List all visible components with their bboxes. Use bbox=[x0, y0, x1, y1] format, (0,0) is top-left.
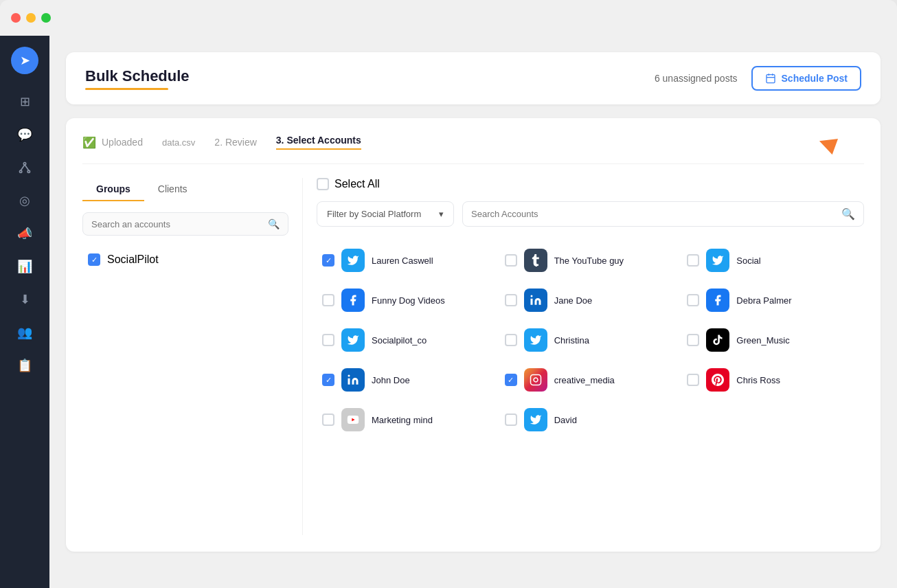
panels: Groups Clients 🔍 ✓ SocialPilot bbox=[82, 178, 864, 535]
account-checkbox[interactable] bbox=[322, 334, 334, 346]
account-item[interactable]: Chris Ross bbox=[681, 360, 864, 400]
sidebar: ➤ ⊞ 💬 ◎ 📣 📊 ⬇ 👥 📋 bbox=[0, 36, 49, 588]
account-item[interactable]: Marketing mind bbox=[317, 400, 499, 440]
tiktok-icon bbox=[706, 328, 729, 352]
header-right: 6 unassigned posts Schedule Post bbox=[655, 66, 861, 91]
sidebar-icon-analytics[interactable]: 📊 bbox=[11, 253, 38, 280]
filter-platform-dropdown[interactable]: Filter by Social Platform ▾ bbox=[317, 201, 454, 227]
account-item[interactable]: Green_Music bbox=[681, 320, 864, 360]
sidebar-icon-download[interactable]: ⬇ bbox=[11, 286, 38, 313]
tumblr-icon bbox=[524, 249, 547, 272]
twitter-icon bbox=[341, 249, 365, 272]
select-all-checkbox[interactable] bbox=[317, 178, 329, 190]
account-checkbox[interactable] bbox=[505, 414, 517, 426]
select-all-row: Select All bbox=[317, 178, 864, 190]
sidebar-icon-dashboard[interactable]: ⊞ bbox=[11, 88, 38, 115]
account-checkbox[interactable]: ✓ bbox=[322, 254, 334, 267]
group-checkbox-socialpilot[interactable]: ✓ bbox=[88, 253, 100, 266]
twitter-icon bbox=[524, 408, 547, 431]
account-name: The YouTube guy bbox=[554, 256, 624, 266]
schedule-btn-label: Schedule Post bbox=[782, 73, 848, 84]
account-name: Christina bbox=[554, 335, 589, 346]
account-item[interactable]: David bbox=[499, 400, 682, 440]
account-checkbox[interactable]: ✓ bbox=[322, 374, 334, 386]
account-checkbox[interactable] bbox=[505, 294, 517, 306]
right-panel: Select All Filter by Social Platform ▾ 🔍 bbox=[302, 178, 864, 535]
account-checkbox[interactable] bbox=[505, 334, 517, 346]
account-checkbox[interactable] bbox=[687, 294, 699, 306]
account-checkbox[interactable] bbox=[687, 374, 699, 386]
svg-point-0 bbox=[23, 163, 25, 165]
close-btn[interactable] bbox=[11, 13, 21, 23]
account-checkbox[interactable] bbox=[687, 254, 699, 267]
titlebar bbox=[0, 0, 897, 36]
select-all-label: Select All bbox=[334, 178, 380, 190]
step-uploaded: ✅ Uploaded bbox=[82, 136, 143, 149]
account-item[interactable]: ✓Lauren Caswell bbox=[317, 240, 499, 280]
account-name: Debra Palmer bbox=[736, 295, 791, 306]
pinterest-icon bbox=[706, 368, 729, 392]
unassigned-posts-text: 6 unassigned posts bbox=[655, 73, 738, 84]
sidebar-icon-support[interactable]: ◎ bbox=[11, 187, 38, 214]
sidebar-icon-posts[interactable]: 📋 bbox=[11, 352, 38, 379]
chevron-down-icon: ▾ bbox=[439, 209, 444, 219]
sidebar-logo[interactable]: ➤ bbox=[11, 47, 38, 74]
title-block: Bulk Schedule bbox=[85, 67, 190, 90]
sidebar-icon-messages[interactable]: 💬 bbox=[11, 121, 38, 148]
group-item-socialpilot[interactable]: ✓ SocialPilot bbox=[82, 247, 288, 273]
step-uploaded-label: Uploaded bbox=[102, 137, 143, 148]
account-name: David bbox=[554, 415, 577, 425]
svg-point-2 bbox=[27, 170, 30, 172]
account-checkbox[interactable] bbox=[505, 254, 517, 267]
account-item[interactable]: Debra Palmer bbox=[681, 280, 864, 320]
account-checkbox[interactable]: ✓ bbox=[505, 374, 517, 386]
account-checkbox[interactable] bbox=[322, 294, 334, 306]
search-accounts-input[interactable] bbox=[91, 219, 262, 229]
app-wrapper: ➤ ⊞ 💬 ◎ 📣 📊 ⬇ 👥 📋 Bulk Schedule 6 unassi… bbox=[0, 36, 897, 588]
account-item[interactable]: Funny Dog Videos bbox=[317, 280, 499, 320]
sidebar-icon-campaigns[interactable]: 📣 bbox=[11, 220, 38, 247]
account-name: creative_media bbox=[554, 375, 615, 385]
account-name: Lauren Caswell bbox=[372, 256, 433, 266]
linkedin-icon bbox=[341, 368, 365, 392]
facebook-icon bbox=[341, 289, 365, 312]
svg-point-1 bbox=[20, 170, 22, 172]
facebook-icon bbox=[706, 289, 729, 312]
sidebar-icon-team[interactable]: 👥 bbox=[11, 319, 38, 346]
minimize-btn[interactable] bbox=[26, 13, 36, 23]
content-area: Bulk Schedule 6 unassigned posts Schedul… bbox=[49, 36, 897, 588]
account-name: John Doe bbox=[372, 375, 410, 385]
twitter-icon bbox=[706, 249, 729, 272]
step-file-name: data.csv bbox=[162, 137, 195, 148]
account-checkbox[interactable] bbox=[687, 334, 699, 346]
check-icon: ✅ bbox=[82, 136, 96, 149]
search-icon-right: 🔍 bbox=[841, 207, 855, 220]
svg-rect-5 bbox=[767, 75, 775, 83]
account-item[interactable]: Social bbox=[681, 240, 864, 280]
step-select-label: 3. Select Accounts bbox=[276, 135, 361, 146]
account-item[interactable]: Christina bbox=[499, 320, 682, 360]
left-search-box: 🔍 bbox=[82, 212, 288, 236]
tab-groups[interactable]: Groups bbox=[82, 178, 144, 201]
account-item[interactable]: ✓John Doe bbox=[317, 360, 499, 400]
account-checkbox[interactable] bbox=[322, 414, 334, 426]
account-name: Funny Dog Videos bbox=[372, 295, 445, 306]
svg-line-4 bbox=[25, 165, 29, 170]
filter-row: Filter by Social Platform ▾ 🔍 bbox=[317, 201, 864, 227]
account-item[interactable]: The YouTube guy bbox=[499, 240, 682, 280]
account-item[interactable]: Jane Doe bbox=[499, 280, 682, 320]
account-item[interactable]: Socialpilot_co bbox=[317, 320, 499, 360]
sidebar-icon-network[interactable] bbox=[11, 154, 38, 181]
calendar-icon bbox=[765, 73, 776, 84]
maximize-btn[interactable] bbox=[41, 13, 51, 23]
group-name-socialpilot: SocialPilot bbox=[107, 253, 159, 266]
account-item[interactable]: ✓creative_media bbox=[499, 360, 682, 400]
tab-clients[interactable]: Clients bbox=[144, 178, 201, 201]
step-select-accounts: 3. Select Accounts bbox=[276, 135, 361, 150]
accounts-grid: ✓Lauren CaswellThe YouTube guySocialFunn… bbox=[317, 240, 864, 440]
steps-bar: ✅ Uploaded data.csv 2. Review 3. Select … bbox=[82, 135, 864, 164]
main-card: ✅ Uploaded data.csv 2. Review 3. Select … bbox=[66, 118, 881, 552]
twitter-icon bbox=[524, 328, 547, 352]
search-accounts-right-input[interactable] bbox=[471, 209, 836, 219]
schedule-post-button[interactable]: Schedule Post bbox=[751, 66, 861, 91]
